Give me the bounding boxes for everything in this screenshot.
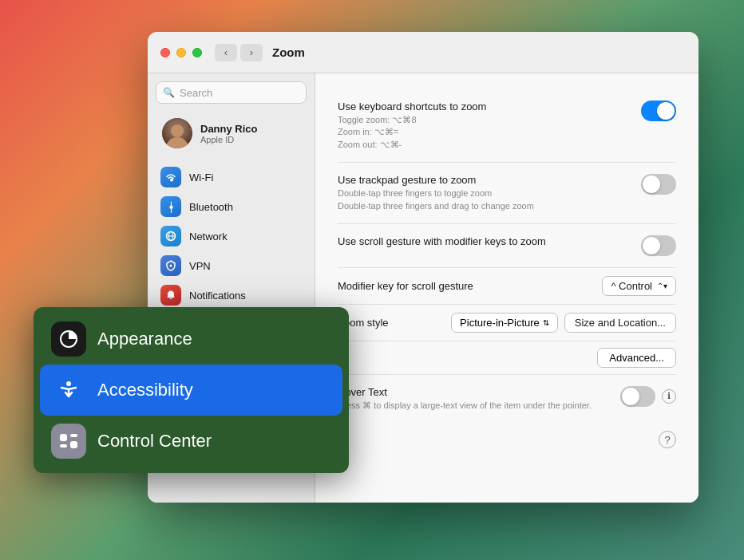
window-title: Zoom	[272, 45, 305, 59]
keyboard-shortcuts-info: Use keyboard shortcuts to zoom Toggle zo…	[338, 101, 628, 151]
zoom-style-controls: Picture-in-Picture ⇅ Size and Location..…	[451, 313, 676, 333]
search-placeholder: Search	[180, 87, 212, 99]
size-location-button[interactable]: Size and Location...	[564, 313, 676, 333]
avatar-image	[162, 118, 192, 148]
nav-buttons: ‹ ›	[215, 44, 263, 61]
arrows-icon: ⇅	[543, 318, 549, 327]
toggle-knob-3	[643, 237, 660, 254]
sidebar-item-bluetooth[interactable]: ⍿ Bluetooth	[152, 192, 310, 221]
wifi-icon	[160, 167, 181, 187]
svg-rect-15	[70, 441, 77, 448]
chevron-down-icon: ⌃▾	[657, 282, 667, 290]
overlay-item-controlcenter[interactable]: Control Center	[40, 416, 342, 467]
hover-text-label: Hover Text	[338, 386, 607, 398]
svg-point-3	[170, 265, 172, 267]
trackpad-gesture-info: Use trackpad gesture to zoom Double-tap …	[338, 174, 628, 212]
scroll-gesture-label: Use scroll gesture with modifier keys to…	[338, 235, 628, 247]
modifier-key-label: Modifier key for scroll gesture	[338, 280, 473, 292]
sidebar-label-bluetooth: Bluetooth	[189, 201, 233, 213]
info-button[interactable]: ℹ	[662, 389, 676, 404]
toggle-knob	[657, 102, 675, 120]
keyboard-shortcuts-toggle[interactable]	[641, 101, 676, 121]
advanced-row: Advanced...	[338, 341, 676, 375]
bluetooth-icon: ⍿	[160, 196, 181, 217]
hover-text-info: Hover Text Press ⌘ to display a large-te…	[338, 386, 607, 412]
help-button[interactable]: ?	[659, 431, 676, 448]
notifications-icon	[160, 285, 181, 306]
title-bar: ‹ › Zoom	[148, 32, 698, 73]
appearance-icon	[51, 321, 86, 357]
trackpad-gesture-row: Use trackpad gesture to zoom Double-tap …	[338, 163, 676, 224]
hover-text-toggle[interactable]	[620, 386, 655, 407]
keyboard-shortcuts-row: Use keyboard shortcuts to zoom Toggle zo…	[338, 89, 676, 163]
keyboard-shortcuts-label: Use keyboard shortcuts to zoom	[338, 101, 628, 112]
sidebar-item-wifi[interactable]: Wi-Fi	[152, 163, 310, 191]
search-icon: 🔍	[163, 87, 175, 98]
sidebar-item-vpn[interactable]: VPN	[152, 251, 310, 280]
sidebar-item-notifications[interactable]: Notifications	[152, 281, 310, 310]
avatar	[162, 118, 192, 148]
user-name: Danny Rico	[200, 123, 258, 135]
zoom-style-row: Zoom style Picture-in-Picture ⇅ Size and…	[338, 305, 676, 341]
modifier-key-row: Modifier key for scroll gesture ^ Contro…	[338, 268, 676, 305]
overlay-label-controlcenter: Control Center	[97, 431, 212, 452]
advanced-button[interactable]: Advanced...	[597, 348, 676, 368]
toggle-knob-4	[622, 388, 639, 405]
sidebar-label-notifications: Notifications	[189, 290, 246, 302]
toggle-knob-2	[643, 175, 660, 193]
svg-rect-14	[60, 444, 67, 448]
back-button[interactable]: ‹	[215, 44, 237, 61]
main-content: Use keyboard shortcuts to zoom Toggle zo…	[315, 73, 698, 503]
maximize-button[interactable]	[192, 48, 202, 57]
trackpad-gesture-desc: Double-tap three fingers to toggle zoomD…	[338, 187, 628, 212]
scroll-gesture-info: Use scroll gesture with modifier keys to…	[338, 235, 628, 247]
accessibility-icon	[51, 373, 86, 408]
minimize-button[interactable]	[176, 48, 186, 57]
sidebar-label-wifi: Wi-Fi	[189, 172, 213, 183]
search-box[interactable]: 🔍 Search	[156, 81, 307, 104]
zoom-style-dropdown[interactable]: Picture-in-Picture ⇅	[451, 313, 558, 333]
trackpad-gesture-label: Use trackpad gesture to zoom	[338, 174, 628, 186]
sidebar-item-network[interactable]: Network	[152, 222, 310, 250]
hover-text-row: Hover Text Press ⌘ to display a large-te…	[338, 375, 676, 423]
keyboard-shortcuts-desc: Toggle zoom: ⌥⌘8Zoom in: ⌥⌘=Zoom out: ⌥⌘…	[338, 114, 628, 151]
overlay-item-appearance[interactable]: Appearance	[40, 314, 342, 365]
sidebar-label-network: Network	[189, 231, 228, 243]
svg-rect-13	[70, 434, 77, 437]
modifier-key-value: ^ Control	[611, 280, 652, 292]
network-icon	[160, 226, 181, 246]
overlay-label-appearance: Appearance	[97, 329, 192, 349]
svg-point-11	[66, 381, 71, 386]
hover-controls: ℹ	[620, 386, 676, 407]
scroll-gesture-toggle[interactable]	[641, 235, 676, 256]
scroll-gesture-row: Use scroll gesture with modifier keys to…	[338, 224, 676, 268]
overlay-item-accessibility[interactable]: Accessibility	[40, 365, 342, 416]
controlcenter-icon	[51, 424, 86, 459]
sidebar-label-vpn: VPN	[189, 260, 211, 272]
modifier-key-dropdown[interactable]: ^ Control ⌃▾	[602, 276, 676, 296]
user-profile[interactable]: Danny Rico Apple ID	[152, 112, 310, 155]
overlay-label-accessibility: Accessibility	[97, 380, 193, 400]
zoom-style-value: Picture-in-Picture	[460, 317, 540, 329]
vpn-icon	[160, 255, 181, 276]
sidebar-overlay: Appearance Accessibility Control Center	[34, 307, 349, 473]
user-apple-id: Apple ID	[200, 135, 258, 144]
hover-text-desc: Press ⌘ to display a large-text view of …	[338, 400, 607, 412]
close-button[interactable]	[160, 48, 170, 57]
help-row: ?	[338, 423, 676, 448]
trackpad-gesture-toggle[interactable]	[641, 174, 676, 195]
svg-rect-12	[60, 434, 67, 441]
traffic-lights	[160, 48, 202, 57]
forward-button[interactable]: ›	[240, 44, 263, 61]
user-info: Danny Rico Apple ID	[200, 123, 258, 144]
